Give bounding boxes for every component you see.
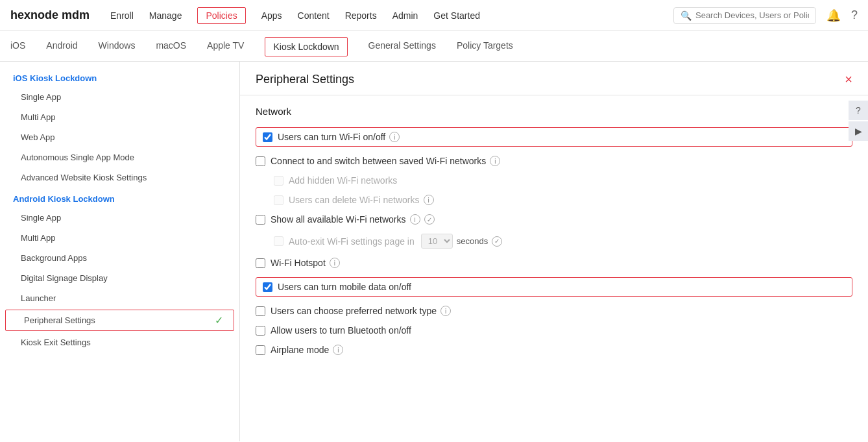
wifi-show-all-checkbox[interactable] [256,215,265,225]
wifi-auto-exit-checkbox[interactable] [274,236,283,246]
check-icon: ✓ [215,314,223,326]
nav-content[interactable]: Content [298,8,330,23]
wifi-hotspot-row: Wi-Fi Hotspot i [256,258,852,268]
mobile-data-label[interactable]: Users can turn mobile data on/off [278,282,411,292]
bluetooth-toggle-label[interactable]: Allow users to turn Bluetooth on/off [271,325,411,336]
sidebar-item-ios-web-app[interactable]: Web App [0,127,239,147]
airplane-mode-row: Airplane mode i [256,345,852,355]
wifi-connect-label[interactable]: Connect to and switch between saved Wi-F… [271,156,500,166]
sidebar-ios-title[interactable]: iOS Kiosk Lockdown [0,67,239,87]
right-actions: ? ▶ [849,101,868,141]
nav-get-started[interactable]: Get Started [433,8,480,23]
wifi-delete-row: Users can delete Wi-Fi networks i [256,195,852,205]
close-button[interactable]: × [845,72,852,87]
sidebar-item-android-peripheral-settings[interactable]: Peripheral Settings ✓ [5,310,234,331]
logo: hexnode mdm [10,8,90,22]
tab-android[interactable]: Android [46,31,77,61]
airplane-mode-info-icon[interactable]: i [333,345,343,355]
auto-exit-select[interactable]: 10 [421,234,453,249]
sidebar-item-android-digital-signage[interactable]: Digital Signage Display [0,268,239,288]
wifi-hidden-row: Add hidden Wi-Fi networks [256,175,852,186]
settings-content: Network Users can turn Wi-Fi on/off i Co… [240,95,868,374]
wifi-delete-checkbox[interactable] [274,195,283,205]
panel-title: Peripheral Settings [256,73,354,86]
panel-header: Peripheral Settings × [240,62,868,95]
network-section-label: Network [256,106,852,117]
bluetooth-toggle-row: Allow users to turn Bluetooth on/off [256,325,852,336]
search-icon: 🔍 [681,10,692,21]
sidebar-item-android-background-apps[interactable]: Background Apps [0,248,239,268]
wifi-connect-info-icon[interactable]: i [490,156,500,166]
network-type-info-icon[interactable]: i [440,306,451,316]
nav-right: 🔍 🔔 ? [673,7,858,24]
tab-general-settings[interactable]: General Settings [368,31,436,61]
wifi-show-all-info-icon[interactable]: i [410,214,420,225]
tab-kiosk-lockdown[interactable]: Kiosk Lockdown [265,37,347,56]
wifi-hotspot-checkbox[interactable] [256,258,265,268]
sidebar-item-android-kiosk-exit[interactable]: Kiosk Exit Settings [0,332,239,352]
sidebar-item-ios-autonomous[interactable]: Autonomous Single App Mode [0,147,239,167]
wifi-connect-row: Connect to and switch between saved Wi-F… [256,156,852,166]
wifi-show-all-check-circle[interactable]: ✓ [424,214,435,225]
sidebar-item-android-launcher[interactable]: Launcher [0,288,239,308]
nav-manage[interactable]: Manage [149,8,182,23]
wifi-delete-info-icon: i [424,195,434,205]
tab-macos[interactable]: macOS [156,31,186,61]
search-bar[interactable]: 🔍 [673,7,816,24]
help-action-button[interactable]: ? [849,101,868,120]
nav-admin[interactable]: Admin [392,8,418,23]
main-layout: iOS Kiosk Lockdown Single App Multi App … [0,62,868,441]
sidebar-item-android-single-app[interactable]: Single App [0,208,239,228]
nav-enroll[interactable]: Enroll [110,8,134,23]
play-action-button[interactable]: ▶ [849,121,868,141]
nav-apps[interactable]: Apps [261,8,282,23]
wifi-toggle-row: Users can turn Wi-Fi on/off i [256,127,852,147]
top-nav: hexnode mdm Enroll Manage Policies Apps … [0,0,868,31]
sidebar-item-android-multi-app[interactable]: Multi App [0,228,239,248]
auto-exit-select-wrapper: 10 [421,234,453,249]
wifi-show-all-label[interactable]: Show all available Wi-Fi networks i ✓ [271,214,435,225]
wifi-toggle-label[interactable]: Users can turn Wi-Fi on/off i [278,132,400,142]
sidebar-item-ios-advanced[interactable]: Advanced Website Kiosk Settings [0,167,239,188]
nav-items: Enroll Manage Policies Apps Content Repo… [110,7,673,24]
auto-exit-check-icon: ✓ [492,236,502,247]
tab-policy-targets[interactable]: Policy Targets [457,31,513,61]
sidebar-item-ios-multi-app[interactable]: Multi App [0,107,239,127]
logo-text: hexnode mdm [10,8,90,22]
wifi-delete-label: Users can delete Wi-Fi networks i [289,195,434,205]
sidebar-android-title[interactable]: Android Kiosk Lockdown [0,188,239,208]
help-icon[interactable]: ? [851,8,858,22]
sidebar-item-ios-single-app[interactable]: Single App [0,87,239,107]
mobile-data-toggle-row: Users can turn mobile data on/off [256,277,852,297]
tab-windows[interactable]: Windows [99,31,136,61]
wifi-auto-exit-label: Auto-exit Wi-Fi settings page in 10 seco… [289,234,502,249]
wifi-show-all-row: Show all available Wi-Fi networks i ✓ [256,214,852,225]
wifi-connect-checkbox[interactable] [256,156,265,166]
network-type-row: Users can choose preferred network type … [256,306,852,316]
nav-policies[interactable]: Policies [197,7,245,24]
wifi-hidden-label: Add hidden Wi-Fi networks [289,175,397,186]
bluetooth-toggle-checkbox[interactable] [256,326,265,336]
tab-bar: iOS Android Windows macOS Apple TV Kiosk… [0,31,868,62]
bell-icon[interactable]: 🔔 [826,8,841,23]
wifi-hotspot-label[interactable]: Wi-Fi Hotspot i [271,258,340,268]
nav-reports[interactable]: Reports [345,8,377,23]
airplane-mode-checkbox[interactable] [256,345,265,355]
mobile-data-checkbox[interactable] [263,282,272,292]
tab-apple-tv[interactable]: Apple TV [207,31,244,61]
network-type-label[interactable]: Users can choose preferred network type … [271,306,451,316]
wifi-toggle-info-icon[interactable]: i [389,132,400,142]
search-input[interactable] [695,10,809,20]
wifi-hotspot-info-icon[interactable]: i [330,258,340,268]
airplane-mode-label[interactable]: Airplane mode i [271,345,343,355]
wifi-auto-exit-row: Auto-exit Wi-Fi settings page in 10 seco… [256,234,852,249]
wifi-toggle-checkbox[interactable] [263,132,272,142]
network-type-checkbox[interactable] [256,306,265,316]
sidebar: iOS Kiosk Lockdown Single App Multi App … [0,62,240,441]
content-area: Peripheral Settings × ? ▶ Network Users … [240,62,868,441]
tab-ios[interactable]: iOS [10,31,25,61]
wifi-hidden-checkbox[interactable] [274,176,283,186]
